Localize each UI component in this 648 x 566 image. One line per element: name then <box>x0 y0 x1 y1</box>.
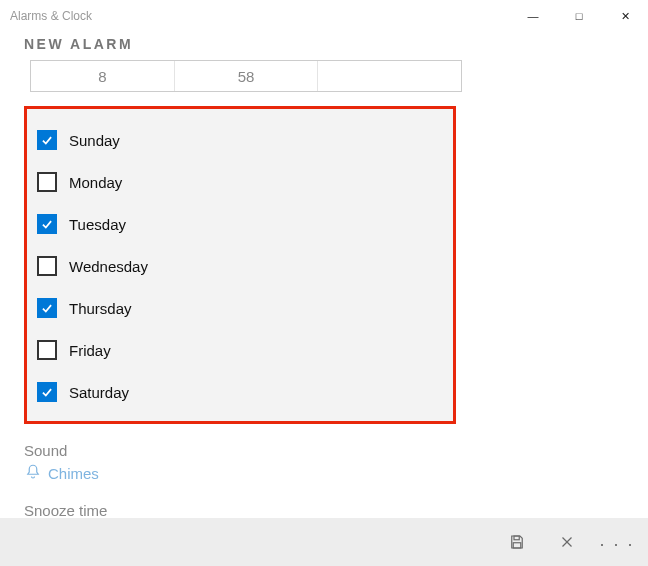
caption-buttons: — □ ✕ <box>510 0 648 32</box>
checkbox-thursday[interactable] <box>37 298 57 318</box>
checkbox-monday[interactable] <box>37 172 57 192</box>
day-label: Monday <box>69 174 122 191</box>
snooze-section-label: Snooze time <box>24 502 624 519</box>
cancel-button[interactable] <box>542 518 592 566</box>
checkbox-friday[interactable] <box>37 340 57 360</box>
day-label: Saturday <box>69 384 129 401</box>
svg-rect-1 <box>513 543 521 548</box>
day-row-monday[interactable]: Monday <box>35 161 445 203</box>
time-hour[interactable]: 8 <box>31 61 175 91</box>
day-row-tuesday[interactable]: Tuesday <box>35 203 445 245</box>
day-label: Sunday <box>69 132 120 149</box>
day-label: Friday <box>69 342 111 359</box>
checkbox-saturday[interactable] <box>37 382 57 402</box>
ellipsis-icon: . . . <box>599 530 634 555</box>
content: 8 58 Sunday Monday Tuesday Wednesday Thu… <box>0 60 648 540</box>
time-picker[interactable]: 8 58 <box>30 60 462 92</box>
command-bar: . . . <box>0 518 648 566</box>
sound-section-label: Sound <box>24 442 624 459</box>
svg-rect-0 <box>514 536 519 540</box>
time-ampm[interactable] <box>318 61 461 91</box>
time-minute[interactable]: 58 <box>175 61 319 91</box>
maximize-button[interactable]: □ <box>556 0 602 32</box>
sound-value: Chimes <box>48 465 99 482</box>
save-button[interactable] <box>492 518 542 566</box>
repeat-days-group: Sunday Monday Tuesday Wednesday Thursday… <box>24 106 456 424</box>
sound-selector[interactable]: Chimes <box>24 463 624 484</box>
day-label: Thursday <box>69 300 132 317</box>
close-icon <box>558 533 576 551</box>
close-button[interactable]: ✕ <box>602 0 648 32</box>
checkbox-tuesday[interactable] <box>37 214 57 234</box>
day-row-sunday[interactable]: Sunday <box>35 119 445 161</box>
minimize-button[interactable]: — <box>510 0 556 32</box>
more-button[interactable]: . . . <box>592 518 642 566</box>
day-row-thursday[interactable]: Thursday <box>35 287 445 329</box>
checkbox-wednesday[interactable] <box>37 256 57 276</box>
page-title: NEW ALARM <box>0 32 648 60</box>
bell-icon <box>24 463 42 484</box>
day-row-wednesday[interactable]: Wednesday <box>35 245 445 287</box>
save-icon <box>508 533 526 551</box>
checkbox-sunday[interactable] <box>37 130 57 150</box>
day-row-saturday[interactable]: Saturday <box>35 371 445 413</box>
title-bar: Alarms & Clock — □ ✕ <box>0 0 648 32</box>
window-title: Alarms & Clock <box>10 9 92 23</box>
day-label: Tuesday <box>69 216 126 233</box>
day-row-friday[interactable]: Friday <box>35 329 445 371</box>
day-label: Wednesday <box>69 258 148 275</box>
